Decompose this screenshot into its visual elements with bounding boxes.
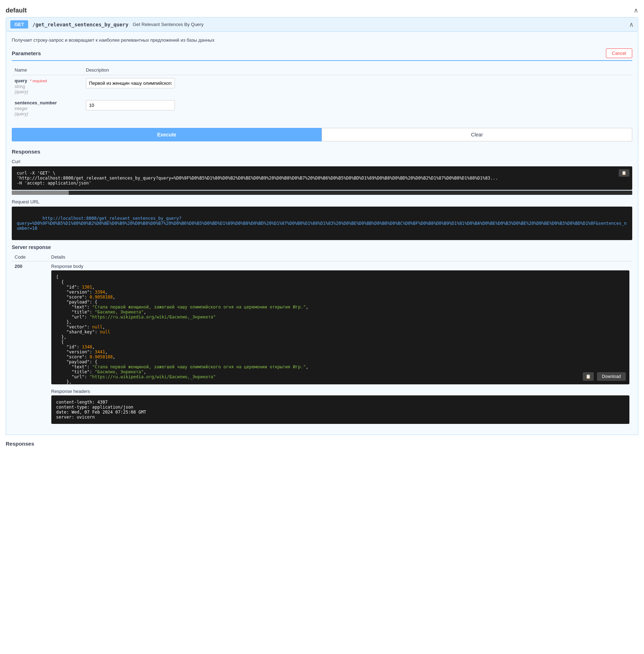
parameters-header: Parameters Cancel xyxy=(12,48,632,61)
col-description: Description xyxy=(83,65,632,75)
param-location-query: (query) xyxy=(15,89,28,94)
param-name-query: query xyxy=(15,78,27,83)
endpoint-path: /get_relevant_sentences_by_query xyxy=(32,22,129,27)
server-response-label: Server response xyxy=(12,244,632,250)
endpoint-body: Получает строку-запрос и возвращает к на… xyxy=(6,32,638,435)
action-buttons: Execute Clear xyxy=(12,128,632,141)
parameters-title: Parameters xyxy=(12,50,41,56)
download-button[interactable]: Download xyxy=(597,372,626,381)
parameters-section: Parameters Cancel Name Description query xyxy=(12,48,632,119)
response-row-200: 200 Response body [ { "id": 1301, "versi… xyxy=(12,261,632,426)
response-table: Code Details 200 Response body xyxy=(12,253,632,426)
response-body-label: Response body xyxy=(51,264,629,269)
query-input[interactable] xyxy=(86,78,175,88)
endpoint-bar[interactable]: GET /get_relevant_sentences_by_query Get… xyxy=(6,17,638,32)
param-location-sentences-number: (query) xyxy=(15,111,28,116)
param-row-query: query * required string (query) xyxy=(12,75,632,98)
param-type-query: string xyxy=(15,84,80,89)
request-url-section: Request URL http://localhost:8000/get_re… xyxy=(12,199,632,240)
sentences-number-input[interactable] xyxy=(86,100,175,110)
curl-scrollbar[interactable] xyxy=(12,191,632,195)
curl-code: curl -X 'GET' \ 'http://localhost:8000/g… xyxy=(17,171,498,186)
responses-section: Responses Curl curl -X 'GET' \ 'http://l… xyxy=(12,149,632,426)
param-row-sentences-number: sentences_number integer (query) xyxy=(12,97,632,119)
curl-code-block: curl -X 'GET' \ 'http://localhost:8000/g… xyxy=(12,166,632,190)
response-code: 200 xyxy=(15,264,22,269)
param-type-sentences-number: integer xyxy=(15,106,80,111)
clear-button[interactable]: Clear xyxy=(322,128,632,141)
curl-section: Curl curl -X 'GET' \ 'http://localhost:8… xyxy=(12,159,632,195)
response-body-code[interactable]: [ { "id": 1301, "version": 3394, "score"… xyxy=(51,270,629,384)
endpoint-full-description: Получает строку-запрос и возвращает к на… xyxy=(12,37,632,43)
method-badge: GET xyxy=(10,20,28,28)
section-title: default xyxy=(6,7,27,14)
request-url-code-block: http://localhost:8000/get_relevant_sente… xyxy=(12,207,632,240)
response-copy-button[interactable]: 📋 xyxy=(583,372,594,381)
endpoint-description: Get Relevant Sentences By Query xyxy=(133,22,629,27)
curl-label: Curl xyxy=(12,159,632,164)
section-header[interactable]: default ∧ xyxy=(0,4,644,17)
response-headers-code: content-length: 4307 content-type: appli… xyxy=(51,395,629,424)
endpoint-collapse-icon[interactable]: ∧ xyxy=(629,21,634,28)
param-required-query: * required xyxy=(30,79,47,83)
execute-button[interactable]: Execute xyxy=(12,128,322,141)
cancel-button[interactable]: Cancel xyxy=(606,48,632,58)
responses-title: Responses xyxy=(12,149,632,155)
request-url-label: Request URL xyxy=(12,199,632,204)
server-response-section: Server response Code Details 200 xyxy=(12,244,632,426)
page-container: default ∧ GET /get_relevant_sentences_by… xyxy=(0,0,644,456)
response-body-container: [ { "id": 1301, "version": 3394, "score"… xyxy=(51,270,629,384)
section-collapse-icon[interactable]: ∧ xyxy=(634,6,638,14)
curl-copy-button[interactable]: 📋 xyxy=(619,169,629,177)
code-col-header: Code xyxy=(12,253,48,261)
col-name: Name xyxy=(12,65,83,75)
response-headers-label: Response headers xyxy=(51,389,629,394)
details-col-header: Details xyxy=(48,253,632,261)
bottom-responses-title: Responses xyxy=(0,435,644,452)
params-table: Name Description query * required string… xyxy=(12,65,632,119)
param-name-sentences-number: sentences_number xyxy=(15,100,57,105)
response-headers-section: Response headers content-length: 4307 co… xyxy=(51,389,629,424)
request-url-value: http://localhost:8000/get_relevant_sente… xyxy=(17,216,627,231)
